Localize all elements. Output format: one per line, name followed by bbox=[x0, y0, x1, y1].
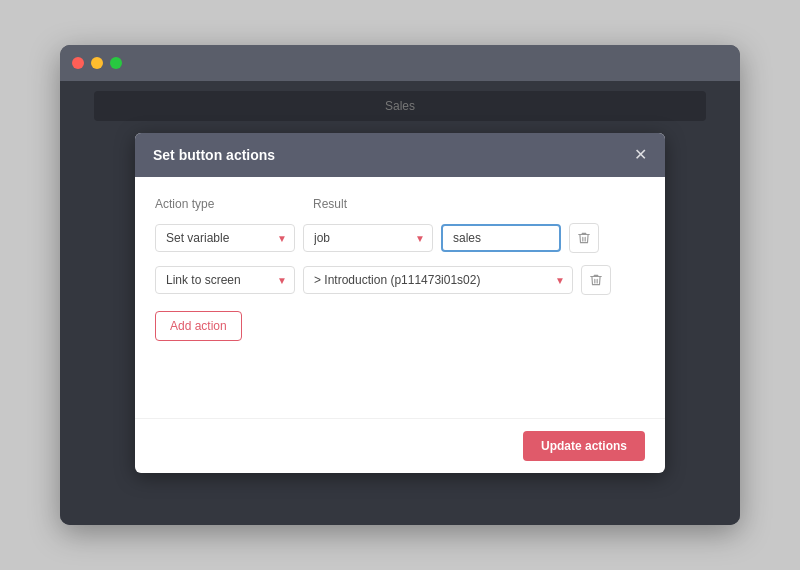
add-action-button[interactable]: Add action bbox=[155, 311, 242, 341]
action-type-select-2[interactable]: Set variable Link to screen bbox=[155, 266, 295, 294]
screen-select-wrap: > Introduction (p111473i01s02) ▼ bbox=[303, 266, 573, 294]
close-traffic-light[interactable] bbox=[72, 57, 84, 69]
delete-row-2-button[interactable] bbox=[581, 265, 611, 295]
delete-row-1-button[interactable] bbox=[569, 223, 599, 253]
modal-body: Action type Result Set variable Link to … bbox=[135, 177, 665, 418]
result-column-header: Result bbox=[313, 197, 347, 211]
action-type-column-header: Action type bbox=[155, 197, 305, 211]
action-row-1: Set variable Link to screen ▼ job ▼ bbox=[155, 223, 645, 253]
minimize-traffic-light[interactable] bbox=[91, 57, 103, 69]
action-type-select-1[interactable]: Set variable Link to screen bbox=[155, 224, 295, 252]
variable-select[interactable]: job bbox=[303, 224, 433, 252]
modal-close-button[interactable]: ✕ bbox=[634, 147, 647, 163]
modal-dialog: Set button actions ✕ Action type Result … bbox=[135, 133, 665, 473]
action-row-2: Set variable Link to screen ▼ > Introduc… bbox=[155, 265, 645, 295]
modal-overlay: Set button actions ✕ Action type Result … bbox=[60, 81, 740, 525]
modal-title: Set button actions bbox=[153, 147, 275, 163]
screen-select[interactable]: > Introduction (p111473i01s02) bbox=[303, 266, 573, 294]
modal-header: Set button actions ✕ bbox=[135, 133, 665, 177]
action-type-select-wrap-2: Set variable Link to screen ▼ bbox=[155, 266, 295, 294]
trash-icon-2 bbox=[589, 273, 603, 287]
column-headers: Action type Result bbox=[155, 197, 645, 211]
variable-value-input[interactable] bbox=[441, 224, 561, 252]
trash-icon-1 bbox=[577, 231, 591, 245]
titlebar bbox=[60, 45, 740, 81]
maximize-traffic-light[interactable] bbox=[110, 57, 122, 69]
variable-select-wrap: job ▼ bbox=[303, 224, 433, 252]
app-window: Sales Set button actions ✕ Action type R… bbox=[60, 45, 740, 525]
modal-footer: Update actions bbox=[135, 418, 665, 473]
action-type-select-wrap-1: Set variable Link to screen ▼ bbox=[155, 224, 295, 252]
update-actions-button[interactable]: Update actions bbox=[523, 431, 645, 461]
